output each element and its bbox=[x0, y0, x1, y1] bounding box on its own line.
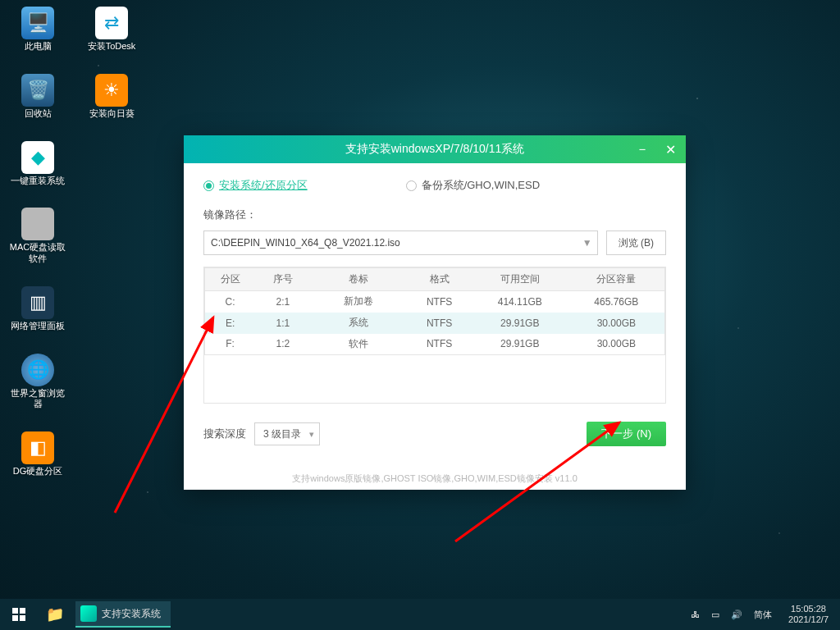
desktop-icon-todesk[interactable]: ⇄安装ToDesk bbox=[82, 7, 141, 52]
col-format: 格式 bbox=[407, 268, 472, 291]
taskbar-explorer-icon[interactable]: 📁 bbox=[38, 599, 72, 630]
radio-backup[interactable]: 备份系统/GHO,WIN,ESD bbox=[406, 178, 540, 193]
desktop: 🖥️此电脑 ⇄安装ToDesk 🗑️回收站 ☀安装向日葵 ◆一键重装系统 MAC… bbox=[0, 0, 149, 484]
install-dialog: 支持安装windowsXP/7/8/10/11系统 － ✕ 安装系统/还原分区 … bbox=[184, 135, 686, 490]
search-depth-label: 搜索深度 bbox=[203, 427, 246, 441]
desktop-icon-network-panel[interactable]: ▥网络管理面板 bbox=[8, 286, 67, 332]
col-label: 卷标 bbox=[311, 268, 408, 291]
desktop-icon-browser[interactable]: 🌐世界之窗浏览器 bbox=[8, 354, 67, 411]
desktop-icon-this-pc[interactable]: 🖥️此电脑 bbox=[8, 7, 67, 52]
desktop-icon-dg-partition[interactable]: ◧DG硬盘分区 bbox=[8, 431, 67, 477]
taskbar-app-installer[interactable]: 支持安装系统 bbox=[75, 601, 171, 628]
col-free: 可用空间 bbox=[472, 268, 568, 291]
tray-volume-icon[interactable]: 🔊 bbox=[731, 609, 742, 620]
table-row[interactable]: F:1:2软件NTFS29.91GB30.00GB bbox=[205, 334, 665, 355]
svg-rect-6 bbox=[12, 615, 18, 621]
table-row[interactable]: E:1:1系统NTFS29.91GB30.00GB bbox=[205, 313, 665, 334]
tray-network-icon[interactable]: 🖧 bbox=[691, 609, 700, 619]
radio-install-restore[interactable]: 安装系统/还原分区 bbox=[203, 178, 308, 193]
image-path-input[interactable]: C:\DEEPIN_WIN10_X64_Q8_V2021.12.iso ▼ bbox=[203, 231, 598, 255]
desktop-icon-recycle-bin[interactable]: 🗑️回收站 bbox=[8, 74, 67, 120]
svg-rect-4 bbox=[12, 608, 18, 614]
start-button[interactable] bbox=[0, 599, 38, 630]
search-depth-select[interactable]: 3 级目录 bbox=[254, 422, 320, 445]
browse-button[interactable]: 浏览 (B) bbox=[606, 231, 666, 255]
next-button[interactable]: 下一步 (N) bbox=[587, 422, 666, 446]
desktop-icon-reinstall[interactable]: ◆一键重装系统 bbox=[8, 141, 67, 187]
desktop-icon-mac-disk[interactable]: MAC硬盘读取软件 bbox=[8, 208, 67, 265]
dropdown-icon[interactable]: ▼ bbox=[582, 237, 592, 249]
tray-action-center-icon[interactable]: ▭ bbox=[711, 609, 719, 620]
col-capacity: 分区容量 bbox=[568, 268, 665, 291]
tray-clock[interactable]: 15:05:28 2021/12/7 bbox=[783, 604, 833, 625]
radio-dot-icon bbox=[406, 180, 417, 191]
radio-dot-icon bbox=[203, 180, 214, 191]
table-row[interactable]: C:2:1新加卷NTFS414.11GB465.76GB bbox=[205, 291, 665, 313]
tray-ime[interactable]: 简体 bbox=[754, 609, 772, 621]
close-button[interactable]: ✕ bbox=[660, 139, 681, 160]
minimize-button[interactable]: － bbox=[632, 139, 653, 160]
app-icon bbox=[80, 605, 97, 622]
svg-rect-5 bbox=[20, 608, 25, 614]
partition-table: 分区 序号 卷标 格式 可用空间 分区容量 C:2:1新加卷NTFS414.11… bbox=[203, 267, 666, 404]
dialog-footer-text: 支持windows原版镜像,GHOST ISO镜像,GHO,WIM,ESD镜像安… bbox=[184, 472, 686, 490]
image-path-label: 镜像路径： bbox=[203, 208, 666, 222]
desktop-icon-sunflower[interactable]: ☀安装向日葵 bbox=[82, 74, 141, 120]
dialog-title: 支持安装windowsXP/7/8/10/11系统 bbox=[345, 142, 525, 157]
dialog-titlebar[interactable]: 支持安装windowsXP/7/8/10/11系统 － ✕ bbox=[184, 135, 686, 163]
col-index: 序号 bbox=[255, 268, 310, 291]
svg-rect-7 bbox=[20, 615, 25, 621]
taskbar: 📁 支持安装系统 🖧 ▭ 🔊 简体 15:05:28 2021/12/7 bbox=[0, 599, 840, 630]
col-partition: 分区 bbox=[205, 268, 256, 291]
